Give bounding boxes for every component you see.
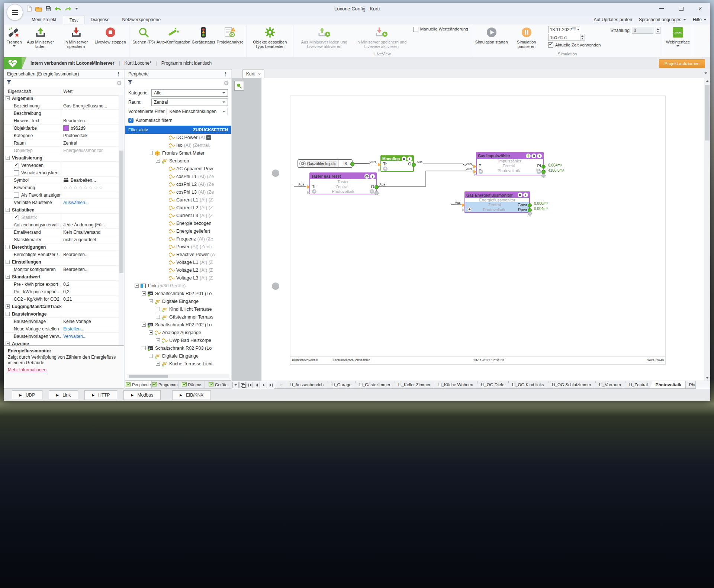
nav-next-button[interactable] [261,382,267,388]
add-output-icon[interactable]: + [522,208,524,212]
move-icon[interactable] [526,154,531,158]
menu-item-auf-updates-pr-fen[interactable]: Auf Updates prüfen [594,17,632,22]
canvas-vertical-scrollbar[interactable] [704,78,710,381]
tree-item-fronius-smart-meter[interactable]: Fronius Smart Meter [125,149,231,157]
minimize-button[interactable] [657,4,666,13]
gear-icon[interactable] [402,156,406,161]
clear-filter-icon[interactable] [117,81,122,85]
property-checkbox-verwenden[interactable] [14,163,19,168]
vorfilter-select[interactable]: Keine Einschränkungen [167,108,228,115]
tree-item-current-l1[interactable]: Current L1(AI) (Z [125,196,231,204]
nav-last-button[interactable] [268,382,274,388]
maximize-button[interactable] [676,4,686,13]
periphery-horizontal-scrollbar[interactable] [127,374,229,378]
page-tab-li-og-schlafzimmer[interactable]: Li_OG Schlafzimmer [546,381,596,389]
output-connector-pf[interactable] [541,165,546,169]
monitor-tab-eib-knx[interactable]: ▶EIB/KNX [172,390,211,400]
tree-item-k-che-terrasse-licht[interactable]: Küche Terrasse Licht [125,360,231,368]
ribbon-button-simulation-pausieren[interactable]: Simulation pausieren [509,26,544,49]
ribbon-button-auto-konfiguration[interactable]: Auto-Konfiguration [156,26,190,44]
property-checkbox-als-favorit-anzeigen[interactable] [14,193,19,198]
tree-item-digitale-eing-nge[interactable]: Digitale Eingänge [125,297,231,305]
tree-item-voltage-l2[interactable]: Voltage L2(AI) (Z [125,266,231,274]
tree-item-power[interactable]: Power(AI) (Zentr [125,243,231,251]
gear-icon[interactable] [518,193,522,197]
tree-item-cosphi-l3[interactable]: cosPhi L3(AI) (Ze [125,188,231,196]
page-tab-li-og-diele[interactable]: Li_OG Diele [475,381,509,389]
close-button[interactable]: × [695,4,705,13]
ribbon-button-liveview-stoppen[interactable]: Liveview stoppen [95,26,126,44]
gear-icon[interactable] [364,174,369,179]
simulation-time-field[interactable]: 16:54:51 [548,34,580,41]
panel-tab-ger-te[interactable]: Geräte [205,381,232,389]
page-tab-li-og-kind-links[interactable]: Li_OG Kind links [506,381,549,389]
add-output-icon[interactable]: + [370,189,374,194]
monitor-tab-modbus[interactable]: ▶Modbus [123,390,161,400]
more-information-link[interactable]: Mehr Informationen [8,367,46,372]
expand-icon[interactable] [156,307,160,311]
program-canvas[interactable]: Gaszähler Impuls I8 Monoflop i Tr O + [232,78,710,381]
checkbox[interactable] [548,42,553,48]
add-counter-icon[interactable]: + [467,207,472,212]
collapse-icon[interactable] [6,208,10,212]
cleanup-project-button[interactable]: Projekt aufräumen [659,59,705,68]
input-connector-tr[interactable] [307,185,310,189]
function-block-taster-gas-reset[interactable]: Taster gas reset i Taster Tr Zentral O +… [309,172,377,194]
document-tab-kurti[interactable]: Kurti × [242,70,264,78]
pin-icon[interactable] [223,71,228,77]
collapse-icon[interactable] [6,342,10,345]
collapse-icon[interactable] [6,96,10,100]
panel-tab-r-ume[interactable]: Räume [178,381,205,389]
ribbon-button-ger-testatus[interactable]: Gerätestatus [192,26,215,44]
properties-filter-input[interactable] [4,79,124,87]
page-tab-li-g-stezimmer[interactable]: Li_Gästezimmer [353,381,395,389]
page-tab-li-aussenbereich[interactable]: Li_Aussenbereich [284,381,328,389]
info-icon[interactable]: i [407,156,412,161]
ribbon-button-aus-miniserver-laden[interactable]: Aus Miniserver laden [23,26,58,49]
tree-item-energie-bezogen[interactable]: Energie bezogen [125,219,231,227]
tree-item-ac-apparent-pow[interactable]: AC Apparent Pow [125,165,231,172]
output-connector-o[interactable] [412,163,416,167]
expand-icon[interactable] [6,304,10,308]
monitor-tab-udp[interactable]: ▶UDP [12,390,42,400]
nav-first-button[interactable] [247,382,253,388]
ribbon-button-webinterface[interactable]: LOXONEWebinterface [666,26,690,47]
tree-item-uwp-bad-heizk-rpe[interactable]: UWp Bad Heizkörpe [125,336,231,344]
tree-item-schaltschrank-r02-p02-lo[interactable]: ExtSchaltschrank R02 P02 (Lo [125,321,231,329]
autofilter-checkbox[interactable] [128,118,134,123]
input-connector-unused[interactable] [378,169,381,172]
collapse-icon[interactable] [6,260,10,264]
tree-item-current-l3[interactable]: Current L3(AI) (Z [125,211,231,219]
expand-icon[interactable] [156,315,160,319]
tree-item-frequenz[interactable]: Frequenz(AI) (Ze [125,235,231,243]
collapse-icon[interactable] [6,245,10,249]
nav-menu-button[interactable] [232,382,239,388]
panel-tab-programm[interactable]: Programm [152,381,178,389]
collapse-icon[interactable] [6,156,10,160]
page-tab-li-vorraum[interactable]: Li_Vorraum [593,381,625,389]
use-current-time-checkbox[interactable]: Aktuelle Zeit verwenden [548,42,601,48]
page-tab-li-keller-zimmer[interactable]: Li_Keller Zimmer [392,381,435,389]
manual-value-change-checkbox[interactable]: Manuelle Werteänderung [413,27,468,32]
collapse-icon[interactable] [156,159,160,163]
tree-item-digitale-eing-nge[interactable]: Digitale Eingänge [125,352,231,360]
tree-item-energie-geliefert[interactable]: Energie geliefert [125,227,231,235]
page-tab-li-garage[interactable]: Li_Garage [325,381,356,389]
collapse-icon[interactable] [6,275,10,279]
output-connector-unused[interactable] [528,211,532,216]
tree-item-voltage-l3[interactable]: Voltage L3(AI) (Z [125,274,231,282]
input-reference-gaszaehler-impuls[interactable]: Gaszähler Impuls I8 [298,159,353,168]
output-connector-gpwr[interactable] [528,203,532,207]
raum-select[interactable]: Zentral [151,98,228,106]
nav-prev-button[interactable] [254,382,260,388]
tree-item-analoge-ausg-nge[interactable]: Analoge Ausgänge [125,329,231,336]
property-checkbox-statistik[interactable] [14,215,19,220]
collapse-icon[interactable] [149,299,153,303]
properties-scrollbar[interactable] [119,95,124,345]
tree-item-reactive-power[interactable]: Reactive Power(A [125,251,231,258]
kategorie-select[interactable]: Alle [151,89,228,97]
ribbon-button-suchen-f5[interactable]: Suchen (F5) [132,26,155,44]
collapse-icon[interactable] [149,151,153,155]
ribbon-button-objekte-desselben-typs-bearbeiten[interactable]: Objekte desselben Typs bearbeiten [250,26,290,49]
pin-icon[interactable] [116,71,121,77]
